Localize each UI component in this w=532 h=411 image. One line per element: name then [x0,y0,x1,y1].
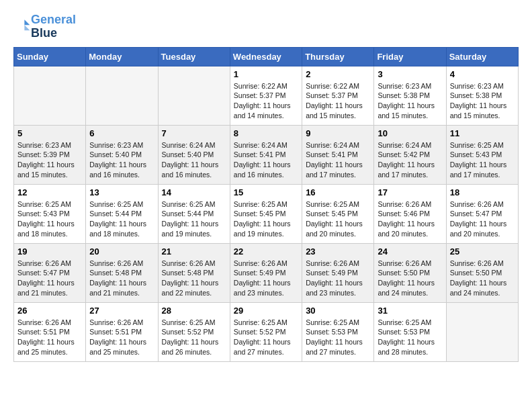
day-number: 20 [89,246,154,257]
day-info: Sunrise: 6:26 AMSunset: 5:47 PMDaylight:… [450,199,515,239]
day-number: 24 [378,246,442,257]
day-info: Sunrise: 6:25 AMSunset: 5:45 PMDaylight:… [306,199,370,239]
calendar-day-cell: 19Sunrise: 6:26 AMSunset: 5:47 PMDayligh… [14,243,86,302]
calendar-day-cell: 28Sunrise: 6:25 AMSunset: 5:52 PMDayligh… [158,302,230,361]
logo: GeneralBlue [13,13,76,40]
day-info: Sunrise: 6:26 AMSunset: 5:50 PMDaylight:… [378,259,442,298]
day-number: 8 [234,128,298,138]
day-info: Sunrise: 6:25 AMSunset: 5:52 PMDaylight:… [234,318,298,357]
day-number: 28 [162,306,226,316]
calendar-day-cell: 11Sunrise: 6:25 AMSunset: 5:43 PMDayligh… [446,125,518,184]
calendar-day-cell: 25Sunrise: 6:26 AMSunset: 5:50 PMDayligh… [446,243,518,302]
day-info: Sunrise: 6:26 AMSunset: 5:50 PMDaylight:… [450,259,515,298]
day-number: 10 [378,128,442,138]
day-info: Sunrise: 6:23 AMSunset: 5:39 PMDaylight:… [17,140,82,180]
day-info: Sunrise: 6:26 AMSunset: 5:51 PMDaylight:… [89,318,154,357]
calendar-day-cell: 10Sunrise: 6:24 AMSunset: 5:42 PMDayligh… [374,125,446,184]
calendar-day-cell [14,66,86,125]
calendar-day-cell: 12Sunrise: 6:25 AMSunset: 5:43 PMDayligh… [14,184,86,243]
calendar-day-cell: 26Sunrise: 6:26 AMSunset: 5:51 PMDayligh… [14,302,86,361]
day-of-week-header: Monday [86,47,158,66]
day-info: Sunrise: 6:25 AMSunset: 5:53 PMDaylight:… [378,318,442,357]
day-info: Sunrise: 6:22 AMSunset: 5:37 PMDaylight:… [234,81,298,121]
day-info: Sunrise: 6:25 AMSunset: 5:43 PMDaylight:… [450,140,515,180]
day-number: 17 [378,187,442,197]
calendar-week-row: 5Sunrise: 6:23 AMSunset: 5:39 PMDaylight… [14,125,519,184]
day-info: Sunrise: 6:25 AMSunset: 5:44 PMDaylight:… [162,199,226,239]
day-of-week-header: Tuesday [158,47,230,66]
day-number: 4 [450,69,515,79]
calendar-day-cell: 20Sunrise: 6:26 AMSunset: 5:48 PMDayligh… [86,243,158,302]
calendar-day-cell: 23Sunrise: 6:26 AMSunset: 5:49 PMDayligh… [302,243,374,302]
day-number: 15 [234,187,298,197]
day-info: Sunrise: 6:24 AMSunset: 5:42 PMDaylight:… [378,140,442,180]
calendar-day-cell: 18Sunrise: 6:26 AMSunset: 5:47 PMDayligh… [446,184,518,243]
day-number: 14 [162,187,226,197]
day-info: Sunrise: 6:26 AMSunset: 5:48 PMDaylight:… [162,259,226,298]
calendar-day-cell: 13Sunrise: 6:25 AMSunset: 5:44 PMDayligh… [86,184,158,243]
day-number: 29 [234,306,298,316]
day-info: Sunrise: 6:26 AMSunset: 5:46 PMDaylight:… [378,199,442,239]
day-number: 21 [162,246,226,257]
calendar-week-row: 19Sunrise: 6:26 AMSunset: 5:47 PMDayligh… [14,243,519,302]
calendar-day-cell: 17Sunrise: 6:26 AMSunset: 5:46 PMDayligh… [374,184,446,243]
day-info: Sunrise: 6:23 AMSunset: 5:40 PMDaylight:… [89,140,154,180]
day-info: Sunrise: 6:24 AMSunset: 5:41 PMDaylight:… [306,140,370,180]
calendar-day-cell: 1Sunrise: 6:22 AMSunset: 5:37 PMDaylight… [230,66,302,125]
day-info: Sunrise: 6:25 AMSunset: 5:45 PMDaylight:… [234,199,298,239]
day-info: Sunrise: 6:22 AMSunset: 5:37 PMDaylight:… [306,81,370,121]
logo-icon [15,17,31,34]
day-of-week-header: Sunday [14,47,86,66]
calendar-day-cell: 2Sunrise: 6:22 AMSunset: 5:37 PMDaylight… [302,66,374,125]
logo-text: GeneralBlue [31,13,76,40]
day-number: 2 [306,69,370,79]
day-number: 13 [89,187,154,197]
calendar-day-cell: 7Sunrise: 6:24 AMSunset: 5:40 PMDaylight… [158,125,230,184]
day-number: 18 [450,187,515,197]
day-info: Sunrise: 6:24 AMSunset: 5:40 PMDaylight:… [162,140,226,180]
calendar-day-cell: 22Sunrise: 6:26 AMSunset: 5:49 PMDayligh… [230,243,302,302]
calendar-day-cell: 31Sunrise: 6:25 AMSunset: 5:53 PMDayligh… [374,302,446,361]
calendar-day-cell: 29Sunrise: 6:25 AMSunset: 5:52 PMDayligh… [230,302,302,361]
day-number: 22 [234,246,298,257]
calendar-body: 1Sunrise: 6:22 AMSunset: 5:37 PMDaylight… [14,66,519,361]
day-info: Sunrise: 6:26 AMSunset: 5:47 PMDaylight:… [17,259,82,298]
calendar-day-cell: 30Sunrise: 6:25 AMSunset: 5:53 PMDayligh… [302,302,374,361]
day-number: 31 [378,306,442,316]
page-header: GeneralBlue [13,13,519,40]
day-info: Sunrise: 6:25 AMSunset: 5:53 PMDaylight:… [306,318,370,357]
calendar-day-cell: 9Sunrise: 6:24 AMSunset: 5:41 PMDaylight… [302,125,374,184]
calendar-day-cell: 24Sunrise: 6:26 AMSunset: 5:50 PMDayligh… [374,243,446,302]
day-number: 16 [306,187,370,197]
day-of-week-header: Wednesday [230,47,302,66]
day-info: Sunrise: 6:26 AMSunset: 5:51 PMDaylight:… [17,318,82,357]
day-info: Sunrise: 6:26 AMSunset: 5:49 PMDaylight:… [306,259,370,298]
calendar-day-cell: 15Sunrise: 6:25 AMSunset: 5:45 PMDayligh… [230,184,302,243]
day-number: 23 [306,246,370,257]
day-info: Sunrise: 6:23 AMSunset: 5:38 PMDaylight:… [450,81,515,121]
calendar-day-cell: 5Sunrise: 6:23 AMSunset: 5:39 PMDaylight… [14,125,86,184]
day-number: 9 [306,128,370,138]
day-info: Sunrise: 6:26 AMSunset: 5:49 PMDaylight:… [234,259,298,298]
day-number: 27 [89,306,154,316]
calendar-day-cell: 3Sunrise: 6:23 AMSunset: 5:38 PMDaylight… [374,66,446,125]
day-info: Sunrise: 6:25 AMSunset: 5:44 PMDaylight:… [89,199,154,239]
calendar-week-row: 1Sunrise: 6:22 AMSunset: 5:37 PMDaylight… [14,66,519,125]
day-info: Sunrise: 6:24 AMSunset: 5:41 PMDaylight:… [234,140,298,180]
day-of-week-header: Saturday [446,47,518,66]
day-number: 7 [162,128,226,138]
calendar-day-cell [158,66,230,125]
day-info: Sunrise: 6:25 AMSunset: 5:43 PMDaylight:… [17,199,82,239]
calendar-day-cell [446,302,518,361]
calendar-day-cell: 16Sunrise: 6:25 AMSunset: 5:45 PMDayligh… [302,184,374,243]
calendar-day-cell: 6Sunrise: 6:23 AMSunset: 5:40 PMDaylight… [86,125,158,184]
day-info: Sunrise: 6:26 AMSunset: 5:48 PMDaylight:… [89,259,154,298]
day-of-week-header: Friday [374,47,446,66]
calendar-day-cell: 4Sunrise: 6:23 AMSunset: 5:38 PMDaylight… [446,66,518,125]
calendar-day-cell: 21Sunrise: 6:26 AMSunset: 5:48 PMDayligh… [158,243,230,302]
day-number: 3 [378,69,442,79]
svg-marker-0 [24,19,30,25]
calendar-day-cell: 8Sunrise: 6:24 AMSunset: 5:41 PMDaylight… [230,125,302,184]
day-number: 26 [17,306,82,316]
day-of-week-header: Thursday [302,47,374,66]
